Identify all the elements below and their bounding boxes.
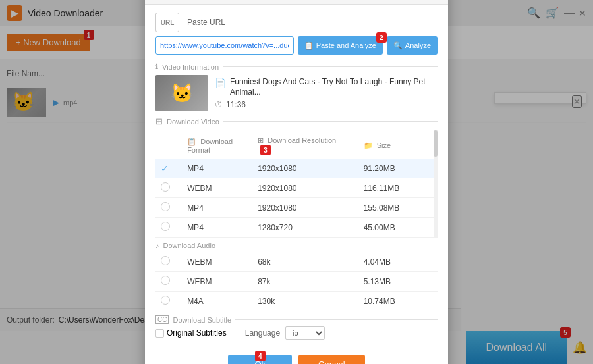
video-meta: 📄 Funniest Dogs And Cats - Try Not To La… <box>215 77 438 109</box>
row-format: MP4 <box>182 159 252 178</box>
row-quality: 68k <box>252 252 358 272</box>
row-radio[interactable] <box>155 198 182 218</box>
cc-icon: CC <box>155 315 169 324</box>
cancel-button[interactable]: Cancel <box>298 355 364 364</box>
row-format: MP4 <box>182 218 252 238</box>
video-info-label: Video Information <box>162 63 219 71</box>
info-icon: ℹ <box>155 63 158 71</box>
radio-button[interactable] <box>161 202 170 211</box>
video-duration: ⏱ 11:36 <box>215 100 438 109</box>
analyze-button[interactable]: 🔍 Analyze <box>387 36 438 55</box>
row-resolution: 1920x1080 <box>252 159 358 178</box>
cancel-label: Cancel <box>318 359 345 364</box>
language-label: Language <box>245 328 280 338</box>
row-format: WEBM <box>182 272 252 292</box>
row-format: M4A <box>182 292 252 311</box>
row-resolution: 1920x1080 <box>252 198 358 218</box>
clock-icon: ⏱ <box>215 100 223 109</box>
video-info-section: ℹ Video Information 🐱 📄 Funniest Dogs An… <box>155 63 438 111</box>
video-table-scroll[interactable]: 📋 Download Format ⊞ Download Resolution … <box>155 130 438 238</box>
table-row[interactable]: WEBM 1920x1080 116.11MB <box>155 178 438 198</box>
format-col-icon: 📋 <box>187 138 196 145</box>
video-format-table: 📋 Download Format ⊞ Download Resolution … <box>155 133 438 238</box>
original-subtitles-label: Original Subtitles <box>167 328 227 338</box>
duration-value: 11:36 <box>226 100 246 109</box>
modal-footer: Ok 4 Cancel <box>145 348 448 364</box>
table-row[interactable]: MP4 1280x720 45.00MB <box>155 218 438 238</box>
table-row[interactable]: ✓ MP4 1920x1080 91.20MB <box>155 159 438 178</box>
badge-4: 4 <box>255 351 266 361</box>
section-divider <box>223 66 438 67</box>
row-format: MP4 <box>182 198 252 218</box>
ok-button[interactable]: Ok 4 <box>228 355 292 364</box>
row-quality: 130k <box>252 292 358 311</box>
th-radio <box>155 133 182 159</box>
music-icon: ♪ <box>155 242 159 249</box>
resolution-col-icon: ⊞ <box>258 136 264 144</box>
video-thumb-inner: 🐱 <box>155 75 208 111</box>
section-divider-2 <box>223 121 438 122</box>
subtitle-section-label: Download Subtitle <box>173 316 231 324</box>
size-col-label: Size <box>377 142 391 149</box>
checkmark-icon: ✓ <box>161 163 169 174</box>
row-radio[interactable]: ✓ <box>155 159 182 178</box>
original-subtitles-checkbox[interactable] <box>155 329 164 338</box>
radio-button[interactable] <box>161 222 170 231</box>
paste-analyze-button[interactable]: 📋 Paste and Analyze 2 <box>298 36 383 55</box>
table-row[interactable]: MP4 1920x1080 155.08MB <box>155 198 438 218</box>
download-video-section: ⊞ Download Video 📋 Download Format <box>155 117 438 238</box>
table-row[interactable]: WEBM 87k 5.13MB <box>155 272 438 292</box>
row-size: 155.08MB <box>358 198 438 218</box>
row-size: 10.74MB <box>358 292 438 311</box>
paste-analyze-label: Paste and Analyze <box>316 41 376 49</box>
radio-button[interactable] <box>161 296 170 305</box>
video-info-row: 🐱 📄 Funniest Dogs And Cats - Try Not To … <box>155 75 438 111</box>
language-select[interactable]: io en fr <box>285 326 325 340</box>
download-video-label: Download Video <box>167 118 219 126</box>
radio-button[interactable] <box>161 182 170 192</box>
scrollbar-track[interactable] <box>434 130 438 238</box>
th-size: 📁 Size <box>358 133 438 159</box>
url-box: URL <box>155 13 179 32</box>
audio-section-header: ♪ Download Audio <box>155 242 438 249</box>
row-size: 91.20MB <box>358 159 438 178</box>
row-radio[interactable] <box>155 178 182 198</box>
url-input-row: 📋 Paste and Analyze 2 🔍 Analyze <box>155 36 438 55</box>
paste-icon: 📋 <box>304 41 314 50</box>
table-row[interactable]: M4A 130k 10.74MB <box>155 292 438 311</box>
video-title: Funniest Dogs And Cats - Try Not To Laug… <box>230 77 438 97</box>
download-subtitle-section: CC Download Subtitle Original Subtitles … <box>155 315 438 340</box>
row-radio[interactable] <box>155 218 182 238</box>
subtitle-section-header: CC Download Subtitle <box>155 315 438 324</box>
row-size: 4.04MB <box>358 252 438 272</box>
audio-section-label: Download Audio <box>163 242 216 249</box>
paste-url-label: Paste URL <box>187 18 225 27</box>
scrollbar-thumb[interactable] <box>434 130 438 157</box>
badge-2: 2 <box>376 32 387 43</box>
row-size: 45.00MB <box>358 218 438 238</box>
row-radio[interactable] <box>155 252 182 272</box>
section-divider-3 <box>219 246 438 246</box>
row-resolution: 1920x1080 <box>252 178 358 198</box>
video-thumbnail: 🐱 <box>155 75 208 111</box>
table-row[interactable]: WEBM 68k 4.04MB <box>155 252 438 272</box>
modal-titlebar: ▶ New Download ✕ <box>145 0 448 5</box>
resolution-col-label: Download Resolution <box>268 136 336 144</box>
analyze-label: Analyze <box>405 41 431 49</box>
video-info-header: ℹ Video Information <box>155 63 438 71</box>
radio-button[interactable] <box>161 276 170 285</box>
row-radio[interactable] <box>155 272 182 292</box>
row-format: WEBM <box>182 252 252 272</box>
download-video-header: ⊞ Download Video <box>155 117 438 126</box>
modal-overlay: ▶ New Download ✕ URL Paste URL 📋 <box>0 0 593 364</box>
th-format: 📋 Download Format <box>182 133 252 159</box>
file-icon: 📄 <box>215 78 226 88</box>
video-title-row: 📄 Funniest Dogs And Cats - Try Not To La… <box>215 77 438 97</box>
url-input[interactable] <box>155 36 294 55</box>
audio-format-table: WEBM 68k 4.04MB WEBM 87k 5.13MB M4 <box>155 252 438 311</box>
radio-button[interactable] <box>161 256 170 265</box>
folder-col-icon: 📁 <box>364 142 373 149</box>
row-quality: 87k <box>252 272 358 292</box>
url-box-text: URL <box>161 19 175 26</box>
row-radio[interactable] <box>155 292 182 311</box>
